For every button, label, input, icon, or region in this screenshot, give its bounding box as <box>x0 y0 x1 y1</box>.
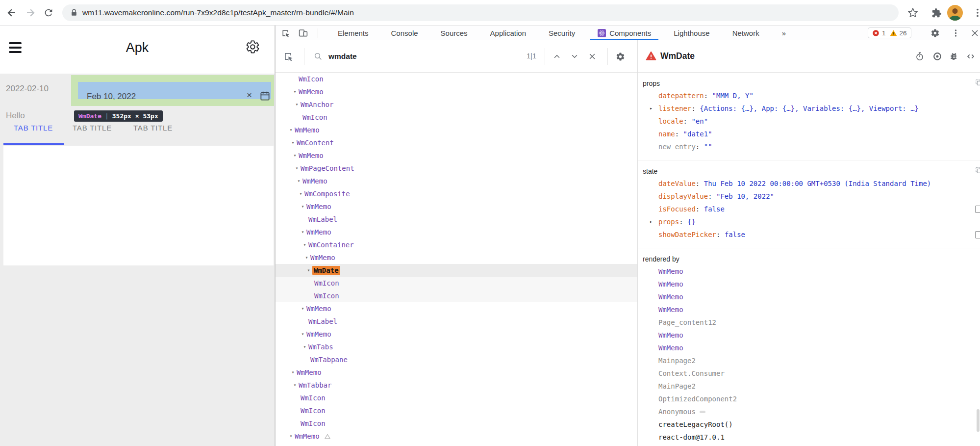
state-value[interactable]: {} <box>687 218 696 226</box>
tree-row[interactable]: ▾WmIcon <box>276 277 637 289</box>
tree-row[interactable]: ▾WmMemo <box>276 430 637 443</box>
expand-chevron-icon[interactable]: ▾ <box>305 264 312 277</box>
tree-row[interactable]: ▾WmContainer <box>276 238 637 251</box>
rendered-by-name[interactable]: WmMemo <box>658 267 683 275</box>
rendered-by-name[interactable]: WmMemo <box>658 293 683 301</box>
suspense-stopwatch-icon[interactable] <box>915 52 925 61</box>
tree-row[interactable]: ▾WmIcon <box>276 111 637 124</box>
search-input[interactable]: wmdate <box>328 40 357 72</box>
tree-row[interactable]: ▾WmPageContent <box>276 162 637 175</box>
prop-value[interactable]: "MMM D, Y" <box>712 92 754 100</box>
state-value[interactable]: Thu Feb 10 2022 00:00:00 GMT+0530 (India… <box>704 180 931 187</box>
console-status-badges[interactable]: 1 26 <box>868 27 911 38</box>
inspector-scrollbar[interactable] <box>977 409 980 432</box>
tree-row[interactable]: ▾WmMemo <box>276 175 637 187</box>
next-match-icon[interactable] <box>570 52 579 61</box>
calendar-icon[interactable] <box>259 90 271 102</box>
boolean-checkbox[interactable] <box>975 206 980 213</box>
tree-row[interactable]: ▾WmLabel <box>276 213 637 226</box>
expand-chevron-icon[interactable]: ▾ <box>291 379 299 392</box>
rendered-by-name[interactable]: WmMemo <box>658 280 683 288</box>
rendered-by-item[interactable]: WmMemo <box>638 341 980 354</box>
expand-chevron-icon[interactable]: ▾ <box>289 366 297 379</box>
devtools-tab-lighthouse[interactable]: Lighthouse <box>662 26 721 40</box>
tree-row[interactable]: ▾WmDate <box>276 264 637 277</box>
view-source-code-icon[interactable] <box>966 52 976 61</box>
tree-row[interactable]: ▾WmIcon <box>276 73 637 85</box>
extensions-puzzle-icon[interactable] <box>931 8 942 18</box>
expand-chevron-icon[interactable]: ▾ <box>299 328 306 341</box>
expand-chevron-icon[interactable]: ▾ <box>287 430 295 443</box>
bookmark-star-icon[interactable] <box>907 7 918 18</box>
tree-row[interactable]: ▾WmIcon <box>276 417 637 430</box>
prop-value[interactable]: "date1" <box>683 130 712 138</box>
rendered-by-item[interactable]: WmMemo <box>638 278 980 290</box>
prop-row[interactable]: name: "date1" <box>638 128 980 140</box>
inspect-element-icon[interactable] <box>280 28 291 38</box>
reload-button[interactable] <box>43 7 54 18</box>
prop-row[interactable]: locale: "en" <box>638 115 980 128</box>
expand-chevron-icon[interactable]: ▾ <box>291 85 299 98</box>
avatar[interactable] <box>947 5 963 21</box>
expand-chevron-icon[interactable]: ▾ <box>289 136 297 149</box>
devtools-close-icon[interactable] <box>970 28 980 38</box>
tree-row[interactable]: ▾WmTabbar <box>276 379 637 392</box>
tree-row[interactable]: ▾WmMemo <box>276 251 637 264</box>
app-tab-title[interactable]: TAB TITLE <box>133 124 173 132</box>
rendered-by-name[interactable]: WmMemo <box>658 331 683 339</box>
forward-button[interactable] <box>25 7 36 19</box>
devtools-tab-[interactable]: » <box>771 26 797 40</box>
browser-menu-icon[interactable] <box>972 7 980 18</box>
prop-row[interactable]: datepattern: "MMM D, Y" <box>638 89 980 102</box>
state-value[interactable]: "Feb 10, 2022" <box>716 192 774 200</box>
rendered-by-item[interactable]: WmMemo <box>638 329 980 341</box>
devtools-tab-elements[interactable]: Elements <box>327 26 380 40</box>
tree-row[interactable]: ▾WmMemo <box>276 302 637 315</box>
tree-row[interactable]: ▾WmMemo <box>276 366 637 379</box>
prop-row[interactable]: new entry: "" <box>638 140 980 153</box>
expand-chevron-icon[interactable]: ▾ <box>297 187 304 200</box>
expand-chevron-icon[interactable]: ▾ <box>299 226 306 238</box>
state-row[interactable]: showDatePicker: false <box>638 228 980 241</box>
devtools-tab-console[interactable]: Console <box>380 26 429 40</box>
boolean-checkbox[interactable] <box>975 231 980 238</box>
app-tab-title[interactable]: TAB TITLE <box>14 124 53 132</box>
inspect-dom-eye-icon[interactable] <box>932 52 942 61</box>
app-tab-title[interactable]: TAB TITLE <box>73 124 112 132</box>
tree-row[interactable]: ▾WmMemo <box>276 200 637 213</box>
expand-chevron-icon[interactable]: ▾ <box>293 98 301 111</box>
copy-state-icon[interactable] <box>975 166 980 174</box>
tree-row[interactable]: ▾WmLabel <box>276 315 637 328</box>
prop-value[interactable]: {Actions: {…}, App: {…}, Variables: {…},… <box>700 105 919 112</box>
devtools-tab-components[interactable]: Components <box>586 26 662 40</box>
devtools-menu-icon[interactable] <box>951 28 960 38</box>
tree-row[interactable]: ▾WmMemo <box>276 328 637 341</box>
devtools-settings-gear-icon[interactable] <box>930 28 940 38</box>
expand-chevron-icon[interactable]: ▾ <box>293 162 301 175</box>
devtools-tab-application[interactable]: Application <box>479 26 537 40</box>
rendered-by-item[interactable]: WmMemo <box>638 290 980 303</box>
state-value[interactable]: false <box>725 231 745 238</box>
expand-chevron-icon[interactable]: ▾ <box>295 175 302 187</box>
expand-chevron-icon[interactable]: ▾ <box>301 341 308 353</box>
expand-chevron-icon[interactable]: ▾ <box>291 149 299 162</box>
tree-row[interactable]: ▾WmIcon <box>276 289 637 302</box>
tree-row[interactable]: ▾WmTabpane <box>276 353 637 366</box>
tree-row[interactable]: ▾WmIcon <box>276 392 637 404</box>
prop-value[interactable]: "en" <box>691 117 708 125</box>
expand-chevron-icon[interactable]: ▾ <box>287 124 295 136</box>
state-row[interactable]: isFocused: false <box>638 203 980 215</box>
tree-row[interactable]: ▾WmComposite <box>276 187 637 200</box>
state-row[interactable]: dateValue: Thu Feb 10 2022 00:00:00 GMT+… <box>638 177 980 190</box>
prop-value[interactable]: "" <box>704 143 712 151</box>
prop-row[interactable]: ▸listener: {Actions: {…}, App: {…}, Vari… <box>638 102 980 115</box>
tree-row[interactable]: ▾WmTabs <box>276 341 637 353</box>
tree-row[interactable]: ▾WmMemo <box>276 149 637 162</box>
rendered-by-item[interactable]: WmMemo <box>638 303 980 316</box>
expand-chevron-icon[interactable]: ▾ <box>299 302 306 315</box>
expand-chevron-icon[interactable]: ▾ <box>299 200 306 213</box>
clear-date-icon[interactable]: × <box>247 90 252 101</box>
rendered-by-name[interactable]: WmMemo <box>658 344 683 352</box>
back-button[interactable] <box>6 7 18 19</box>
select-component-icon[interactable] <box>282 51 294 62</box>
